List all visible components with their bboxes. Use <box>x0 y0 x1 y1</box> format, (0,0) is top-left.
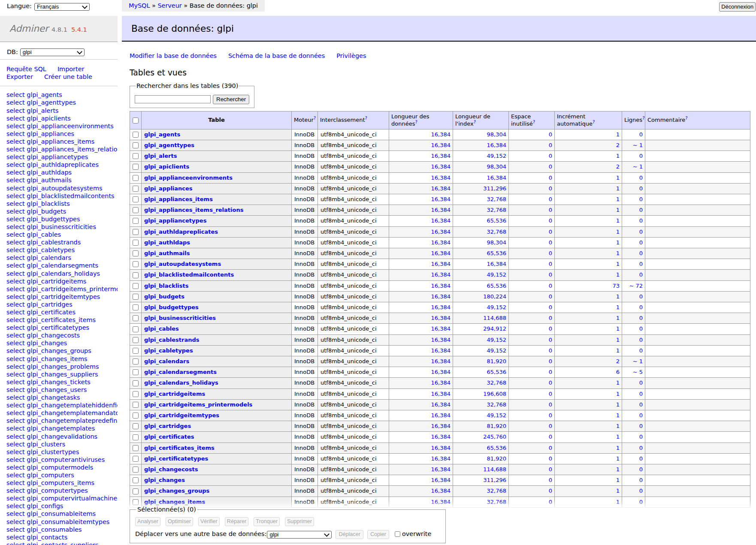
sidebar-select-link[interactable]: select <box>6 161 25 168</box>
sidebar-table-link[interactable]: glpi_appliancetypes <box>27 154 88 160</box>
sidebar-table-link[interactable]: glpi_consumableitemtypes <box>27 518 109 525</box>
row-checkbox[interactable] <box>133 304 139 310</box>
create-table-link[interactable]: Créer une table <box>44 73 92 80</box>
table-name-link[interactable]: glpi_alerts <box>144 153 177 159</box>
db-select[interactable]: glpi <box>20 48 85 56</box>
index-length-link[interactable]: 49,152 <box>487 337 507 343</box>
auto-increment-link[interactable]: 1 <box>616 153 620 159</box>
sidebar-select-link[interactable]: select <box>6 371 25 378</box>
index-length-link[interactable]: 32,768 <box>487 401 507 408</box>
data-free-link[interactable]: 0 <box>549 488 552 494</box>
table-name-link[interactable]: glpi_autoupdatesystems <box>144 261 221 267</box>
table-name-link[interactable]: glpi_certificatetypes <box>144 455 208 462</box>
row-checkbox[interactable] <box>133 456 139 462</box>
sidebar-select-link[interactable]: select <box>6 208 25 215</box>
table-name-link[interactable]: glpi_authldapreplicates <box>144 229 218 235</box>
sidebar-table-link[interactable]: glpi_cartridgeitemtypes <box>27 293 100 300</box>
breadcrumb-mysql-link[interactable]: MySQL <box>129 2 150 9</box>
logout-button[interactable]: Déconnexion <box>719 2 756 12</box>
auto-increment-link[interactable]: 1 <box>616 401 620 408</box>
sidebar-select-link[interactable]: select <box>6 355 25 362</box>
auto-increment-link[interactable]: 1 <box>616 271 620 278</box>
sidebar-table-link[interactable]: glpi_cartridges <box>27 301 72 308</box>
sidebar-table-link[interactable]: glpi_budgets <box>27 208 66 215</box>
sidebar-select-link[interactable]: select <box>6 316 25 323</box>
data-length-link[interactable]: 16,384 <box>431 445 451 451</box>
auto-increment-link[interactable]: 1 <box>616 445 620 451</box>
table-name-link[interactable]: glpi_agents <box>144 131 180 138</box>
data-free-link[interactable]: 0 <box>549 271 552 278</box>
sidebar-select-link[interactable]: select <box>6 433 25 440</box>
data-free-link[interactable]: 0 <box>549 423 552 429</box>
row-checkbox[interactable] <box>133 434 139 440</box>
index-length-link[interactable]: 114,688 <box>483 466 506 473</box>
table-name-link[interactable]: glpi_agenttypes <box>144 142 194 148</box>
row-checkbox[interactable] <box>133 229 139 235</box>
auto-increment-link[interactable]: 1 <box>616 477 620 483</box>
index-length-link[interactable]: 98,304 <box>487 239 507 246</box>
sidebar-select-link[interactable]: select <box>6 347 25 354</box>
row-checkbox[interactable] <box>133 294 139 300</box>
sidebar-select-link[interactable]: select <box>6 386 25 393</box>
auto-increment-link[interactable]: 1 <box>616 337 620 343</box>
index-length-link[interactable]: 49,152 <box>487 347 507 354</box>
data-length-link[interactable]: 16,384 <box>431 488 451 494</box>
data-length-link[interactable]: 16,384 <box>431 153 451 159</box>
import-link[interactable]: Importer <box>57 66 85 72</box>
sql-query-link[interactable]: Requête SQL <box>6 66 46 72</box>
truncate-button[interactable]: Tronquer <box>254 517 280 526</box>
auto-increment-link[interactable]: 73 <box>612 283 620 289</box>
index-length-link[interactable]: 65,536 <box>487 283 507 289</box>
sidebar-table-link[interactable]: glpi_changecosts <box>27 332 80 339</box>
rows-link[interactable]: 0 <box>639 207 643 213</box>
index-length-link[interactable]: 32,768 <box>487 196 507 202</box>
data-free-link[interactable]: 0 <box>549 153 552 159</box>
auto-increment-link[interactable]: 1 <box>616 185 620 192</box>
sidebar-select-link[interactable]: select <box>6 472 25 479</box>
sidebar-select-link[interactable]: select <box>6 239 25 246</box>
rows-link[interactable]: 0 <box>639 196 643 202</box>
table-name-link[interactable]: glpi_cartridgeitemtypes <box>144 412 219 419</box>
sidebar-select-link[interactable]: select <box>6 115 25 122</box>
sidebar-table-link[interactable]: glpi_blacklistedmailcontents <box>27 193 114 199</box>
sidebar-table-link[interactable]: glpi_changes_items <box>27 355 87 362</box>
row-checkbox[interactable] <box>133 488 139 494</box>
data-length-link[interactable]: 16,384 <box>431 163 451 170</box>
index-length-link[interactable]: 180,224 <box>483 293 506 300</box>
table-name-link[interactable]: glpi_blacklistedmailcontents <box>144 271 234 278</box>
sidebar-table-link[interactable]: glpi_apiclients <box>27 115 70 122</box>
sidebar-table-link[interactable]: glpi_consumableitems <box>27 510 96 517</box>
data-free-link[interactable]: 0 <box>549 379 552 386</box>
row-checkbox[interactable] <box>133 369 139 375</box>
data-length-link[interactable]: 16,384 <box>431 283 451 289</box>
sidebar-table-link[interactable]: glpi_calendars <box>27 254 71 261</box>
row-checkbox[interactable] <box>133 164 139 170</box>
rows-link[interactable]: 0 <box>639 488 643 494</box>
rows-link[interactable]: 0 <box>639 412 643 419</box>
data-free-link[interactable]: 0 <box>549 239 552 246</box>
help-link[interactable]: ? <box>365 116 367 120</box>
table-name-link[interactable]: glpi_cables <box>144 325 179 332</box>
auto-increment-link[interactable]: 1 <box>616 347 620 354</box>
data-free-link[interactable]: 0 <box>549 401 552 408</box>
auto-increment-link[interactable]: 1 <box>616 325 620 332</box>
data-free-link[interactable]: 0 <box>549 175 552 181</box>
auto-increment-link[interactable]: 6 <box>616 369 620 375</box>
sidebar-select-link[interactable]: select <box>6 495 25 502</box>
data-length-link[interactable]: 16,384 <box>431 239 451 246</box>
analyze-button[interactable]: Analyser <box>135 517 160 526</box>
data-free-link[interactable]: 0 <box>549 412 552 419</box>
auto-increment-link[interactable]: 1 <box>616 391 620 397</box>
help-link[interactable]: ? <box>685 116 687 120</box>
data-free-link[interactable]: 0 <box>549 325 552 332</box>
sidebar-table-link[interactable]: glpi_authmails <box>27 177 72 184</box>
index-length-link[interactable]: 65,536 <box>487 217 507 224</box>
sidebar-table-link[interactable]: glpi_cablestrands <box>27 239 81 246</box>
sidebar-select-link[interactable]: select <box>6 107 25 114</box>
index-length-link[interactable]: 196,608 <box>483 391 506 397</box>
copy-button[interactable]: Copier <box>367 530 389 539</box>
auto-increment-link[interactable]: 1 <box>616 261 620 267</box>
table-name-link[interactable]: glpi_cartridges <box>144 423 191 429</box>
row-checkbox[interactable] <box>133 186 139 192</box>
sidebar-table-link[interactable]: glpi_changevalidations <box>27 433 97 440</box>
